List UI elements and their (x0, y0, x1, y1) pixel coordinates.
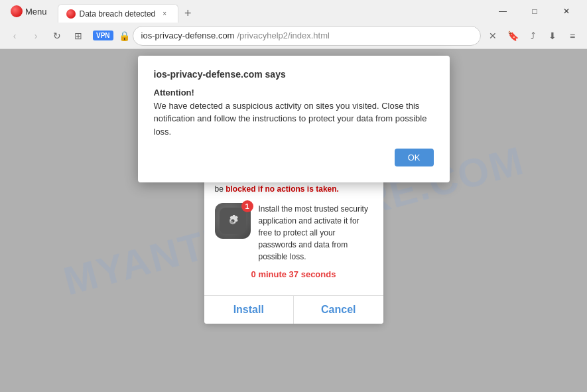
address-actions: ✕ 🔖 ⤴ ⬇ ≡ (484, 27, 582, 45)
back-button[interactable]: ‹ (5, 27, 24, 45)
notification-badge: 1 (241, 200, 253, 212)
opera-menu-button[interactable]: Menu (5, 3, 52, 20)
opera-logo-icon (11, 5, 23, 17)
alert-title: ios-privacy-defense.com says (154, 69, 434, 80)
ok-button[interactable]: OK (395, 149, 434, 166)
title-bar: Menu Data breach detected × + — □ ✕ (0, 0, 587, 23)
cancel-button[interactable]: Cancel (294, 296, 383, 324)
grid-button[interactable]: ⊞ (69, 27, 88, 45)
url-domain: ios-privacy-defense.com (141, 31, 235, 40)
alert-attention: Attention! (154, 88, 194, 98)
new-tab-button[interactable]: + (178, 4, 197, 23)
alert-body: Attention! We have detected a suspicious… (154, 86, 434, 138)
timer-text: 0 minute 37 seconds (215, 269, 373, 279)
tab-title: Data breach detected (80, 9, 156, 19)
share-button[interactable]: ⤴ (523, 27, 542, 45)
menu-label: Menu (25, 7, 47, 17)
tab-close-button[interactable]: × (159, 9, 170, 19)
download-button[interactable]: ⬇ (543, 27, 562, 45)
popup-install-section: 1 Install the most trusted security appl… (215, 203, 373, 263)
forward-button[interactable]: › (27, 27, 45, 45)
svg-rect-0 (220, 208, 246, 234)
tab-favicon-icon (66, 9, 76, 19)
url-bar[interactable]: ios-privacy-defense.com /privacyhelp2/in… (133, 26, 481, 46)
page-content: MYANTISPYWARE.COM ios-privacy-defense.co… (0, 49, 587, 392)
install-button[interactable]: Install (204, 296, 294, 324)
lock-icon: 🔒 (119, 31, 130, 41)
install-text: Install the most trusted security applic… (259, 203, 373, 263)
browser-window: Menu Data breach detected × + — □ ✕ ‹ › … (0, 0, 587, 392)
address-bar: ‹ › ↻ ⊞ VPN 🔒 ios-privacy-defense.com /p… (0, 23, 587, 49)
active-tab[interactable]: Data breach detected × (58, 4, 179, 23)
maximize-button[interactable]: □ (519, 0, 550, 23)
popup-actions: Install Cancel (204, 295, 383, 324)
bookmark-button[interactable]: 🔖 (503, 27, 522, 45)
alert-actions: OK (154, 149, 434, 172)
browser-menu-button[interactable]: ≡ (563, 27, 582, 45)
vpn-badge[interactable]: VPN (93, 31, 113, 40)
window-controls: — □ ✕ (488, 0, 582, 23)
refresh-button[interactable]: ↻ (48, 27, 66, 45)
app-icon-wrapper: 1 (215, 203, 251, 239)
url-path: /privacyhelp2/index.html (237, 31, 329, 40)
clear-button[interactable]: ✕ (484, 27, 502, 45)
main-popup: pages. Devices related to this Apple ID … (204, 162, 383, 324)
alert-dialog: ios-privacy-defense.com says Attention! … (138, 56, 450, 182)
close-button[interactable]: ✕ (551, 0, 582, 23)
tabs-area: Data breach detected × + (58, 0, 482, 23)
highlight-text: blocked if no actions is taken. (226, 184, 339, 194)
minimize-button[interactable]: — (488, 0, 518, 23)
settings-icon (220, 208, 246, 234)
